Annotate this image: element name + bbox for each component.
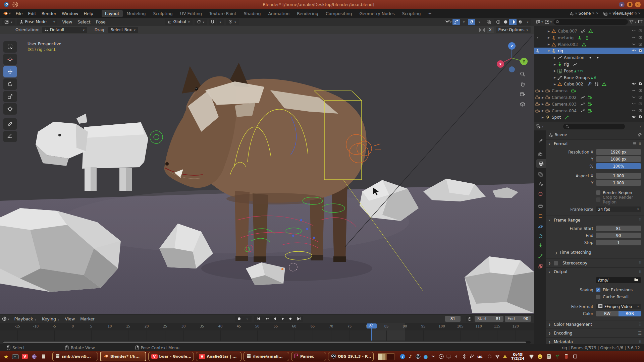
menu-edit[interactable]: Edit — [25, 11, 39, 16]
shading-material-button[interactable] — [509, 19, 517, 25]
eye-closed-icon[interactable] — [631, 88, 636, 94]
tray-speaker-icon[interactable] — [453, 353, 460, 360]
shading-rendered-button[interactable] — [517, 19, 524, 25]
eye-closed-icon[interactable] — [631, 35, 636, 41]
timeline-menu-playback[interactable]: Playback ∨ — [12, 316, 39, 321]
tray-headset-icon[interactable] — [486, 353, 493, 360]
menu-help[interactable]: Help — [81, 11, 96, 16]
expand-arrow-icon[interactable]: ▶ — [553, 83, 556, 86]
option-rgb[interactable]: RGB — [619, 311, 641, 316]
tool-cursor-button[interactable] — [3, 54, 17, 65]
expand-arrow-icon[interactable]: ▶ — [541, 109, 544, 112]
viewport-menu-pose[interactable]: Pose — [93, 19, 108, 24]
properties-search-input[interactable] — [563, 124, 625, 129]
panel-header-stereoscopy[interactable]: ❯Stereoscopy⠿ — [546, 259, 644, 267]
tool-select-box-button[interactable] — [3, 41, 17, 53]
workspace-tab-shading[interactable]: Shading — [240, 10, 264, 17]
properties-tab-output[interactable] — [536, 159, 546, 168]
unlink-scene-icon[interactable]: ✕ — [596, 12, 599, 15]
xray-toggle[interactable] — [485, 19, 492, 25]
presets-icon[interactable]: ☰ — [638, 331, 642, 336]
tray-plant-icon[interactable] — [554, 353, 561, 360]
expand-arrow-icon[interactable]: ▶ — [553, 76, 556, 79]
scene-selector[interactable]: ∨ Scene ✎ ✕ — [569, 11, 598, 16]
prev-keyframe-button[interactable] — [263, 316, 270, 322]
tray-calculator-icon[interactable] — [545, 353, 552, 360]
launcher-terminal-icon[interactable]: >_ — [11, 353, 19, 361]
tray-mic-icon[interactable]: ● — [422, 353, 429, 360]
viewlayer-selector[interactable]: ∨ ViewLayer ⧉ ✕ — [603, 11, 641, 16]
keyboard-layout-indicator[interactable]: us — [476, 353, 484, 360]
outliner-row-camera-003[interactable]: ▶Camera.003 — [534, 101, 644, 108]
menu-render[interactable]: Render — [39, 11, 59, 16]
outliner-row-camera[interactable]: ▶Camera — [534, 87, 644, 94]
taskbar-window-analiestar-[interactable]: VAnalieStar | ... — [196, 352, 241, 361]
blender-logo-icon[interactable] — [3, 11, 8, 16]
expand-arrow-icon[interactable]: ▶ — [541, 103, 544, 106]
taskbar-window-parsec[interactable]: Parsec — [291, 352, 326, 361]
workspace-tab-rendering[interactable]: Rendering — [293, 10, 322, 17]
panel-header-metadata[interactable]: ❯Metadata⠿ — [546, 338, 644, 344]
launcher-star-icon[interactable]: ★ — [2, 353, 10, 361]
window-menu-button[interactable]: ☰ — [627, 2, 633, 7]
eye-open-icon[interactable] — [631, 115, 636, 120]
panel-header-color-management[interactable]: ❯Color Management⠿ — [546, 320, 644, 328]
frame-end-field[interactable]: End90 — [505, 316, 531, 322]
tool-move-button[interactable] — [3, 66, 17, 77]
slider--[interactable]: 100% — [596, 163, 641, 169]
shading-dropdown[interactable]: ∨ — [524, 19, 531, 25]
ortho-grid-icon[interactable] — [519, 100, 527, 108]
eye-open-icon[interactable] — [631, 81, 636, 87]
overlays-dropdown[interactable]: ∨ — [476, 19, 483, 25]
render-visibility-icon[interactable] — [638, 102, 643, 107]
properties-tab-world[interactable] — [536, 189, 545, 198]
frame-start-field[interactable]: Start81 — [475, 316, 503, 322]
render-visibility-icon[interactable] — [638, 48, 643, 54]
launcher-vivaldi-icon[interactable]: V — [21, 353, 29, 361]
render-visibility-icon[interactable] — [638, 95, 643, 100]
expand-arrow-icon[interactable]: ▶ — [541, 89, 544, 93]
orientation-dropdown[interactable]: Default ∨ — [42, 27, 87, 33]
viewport-menu-select[interactable]: Select — [75, 19, 93, 24]
play-button[interactable] — [279, 316, 286, 322]
tool-transform-button[interactable] — [3, 103, 17, 115]
menu-file[interactable]: File — [13, 11, 25, 16]
eye-open-icon[interactable] — [631, 48, 636, 54]
properties-tab-physics[interactable] — [536, 222, 545, 231]
keying-set-button[interactable]: ∨ — [244, 316, 251, 322]
panel-header-format[interactable]: ∨Format☰ ⠿ — [546, 140, 644, 148]
shading-wireframe-button[interactable] — [494, 19, 502, 25]
launcher-web-icon[interactable] — [30, 353, 38, 361]
panel-header-output[interactable]: ∨Output⠿ — [546, 268, 644, 276]
properties-tab-view-layer[interactable] — [536, 170, 545, 179]
tray-crystal-icon[interactable] — [528, 353, 535, 360]
timeline-menu-marker[interactable]: Marker — [77, 316, 97, 321]
expand-arrow-icon[interactable]: ▶ — [547, 36, 550, 39]
timeline-menu-view[interactable]: View — [62, 316, 78, 321]
properties-tab-data[interactable] — [536, 241, 545, 250]
properties-tab-tool[interactable] — [536, 136, 545, 145]
tray-can-icon[interactable] — [563, 353, 570, 360]
field-end[interactable]: 90 — [596, 233, 641, 238]
window-shade-button[interactable]: ◆ — [619, 2, 625, 7]
window-close-button[interactable]: ✕ — [635, 2, 641, 7]
dropdown-frame-rate[interactable]: 24 fps∨ — [596, 206, 641, 212]
workspace-tab-layout[interactable]: Layout — [102, 10, 123, 17]
outliner-row-camera-002[interactable]: ▶Camera.002 — [534, 94, 644, 101]
outliner-search-input[interactable] — [553, 19, 628, 25]
expand-arrow-icon[interactable]: ▼ — [547, 50, 550, 53]
snap-toggle[interactable] — [209, 19, 216, 25]
taskbar-window-boar-google-[interactable]: Vboar - Google... — [148, 352, 194, 361]
field-y[interactable]: 1080 px — [596, 156, 641, 162]
properties-tab-texture[interactable] — [536, 262, 545, 270]
timeline-scrollbar[interactable] — [3, 341, 531, 344]
menu-window[interactable]: Window — [59, 11, 81, 16]
workspace-tab-texture-paint[interactable]: Texture Paint — [206, 10, 240, 17]
tray-scissors-icon[interactable]: ✂ — [430, 353, 437, 360]
checkbox-cache-result[interactable] — [596, 295, 600, 299]
navigation-gizmo[interactable]: Z X Y — [496, 42, 528, 74]
3d-viewport[interactable]: User Perspective (81) rig : ear.L Z X Y — [0, 34, 534, 314]
properties-tab-scene[interactable] — [536, 179, 545, 188]
jump-to-end-button[interactable] — [295, 316, 303, 322]
checkbox-crop-to-render-region[interactable] — [596, 197, 600, 202]
